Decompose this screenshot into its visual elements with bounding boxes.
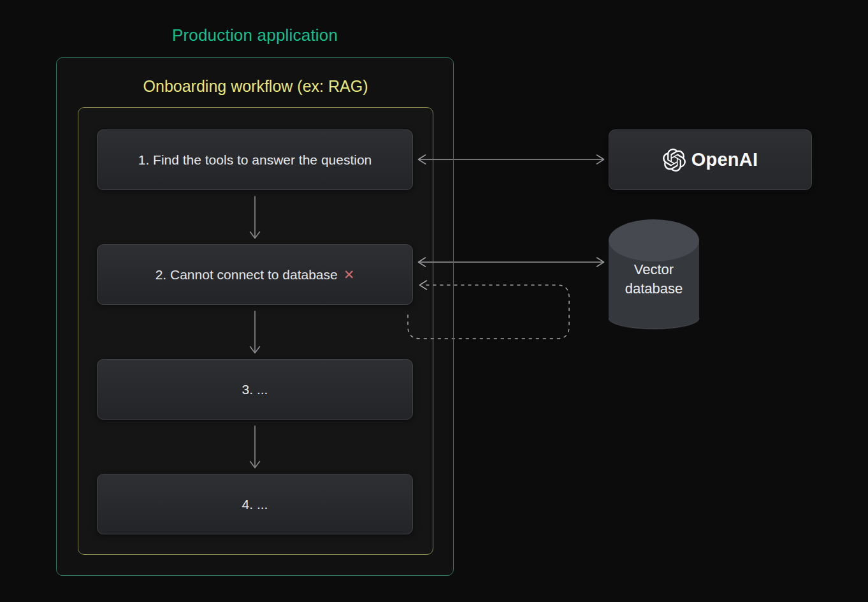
openai-node: OpenAI xyxy=(609,129,812,190)
workflow-title: Onboarding workflow (ex: RAG) xyxy=(78,77,433,96)
step-4-label: 4. ... xyxy=(242,497,268,512)
workflow-step-3: 3. ... xyxy=(97,359,413,420)
workflow-step-1: 1. Find the tools to answer the question xyxy=(97,129,413,190)
step-1-label: 1. Find the tools to answer the question xyxy=(138,152,372,168)
workflow-step-2: 2. Cannot connect to database ✕ xyxy=(97,244,413,305)
production-title: Production application xyxy=(56,26,454,45)
diagram-canvas: Production application Onboarding workfl… xyxy=(0,0,868,602)
openai-logo-icon xyxy=(663,149,686,172)
vector-database-label: Vector database xyxy=(609,260,698,299)
step-2-fail-icon: ✕ xyxy=(344,267,355,283)
step-2-label: 2. Cannot connect to database xyxy=(156,267,338,283)
openai-label: OpenAI xyxy=(691,149,758,170)
step-3-label: 3. ... xyxy=(242,382,268,397)
workflow-step-4: 4. ... xyxy=(97,474,413,534)
